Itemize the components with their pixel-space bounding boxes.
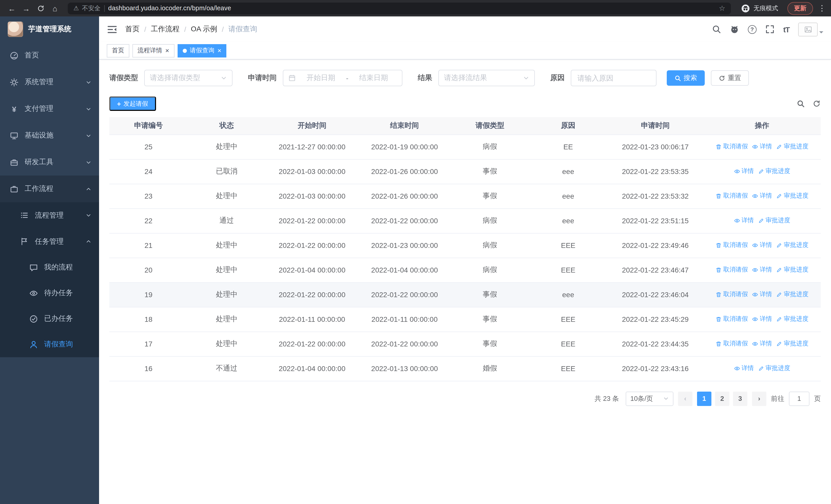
column-leave-type: 请假类型 — [451, 117, 529, 135]
refresh-icon[interactable] — [812, 99, 821, 108]
github-icon[interactable] — [730, 25, 739, 34]
leave-type-select[interactable]: 请选择请假类型 — [144, 70, 232, 86]
result-select[interactable]: 请选择流结果 — [438, 70, 535, 86]
sidebar-item-task-management[interactable]: 任务管理 — [0, 228, 99, 255]
detail-link[interactable]: 详情 — [752, 266, 772, 274]
page-button-3[interactable]: 3 — [733, 391, 747, 406]
address-bar[interactable]: ⚠ 不安全 dashboard.yudao.iocoder.cn/bpm/oa/… — [68, 2, 731, 14]
sidebar-item-home[interactable]: 首页 — [0, 42, 99, 69]
date-range-picker[interactable]: 开始日期 - 结束日期 — [283, 70, 402, 86]
tab-leave-query[interactable]: 请假查询 × — [177, 44, 226, 57]
create-leave-button[interactable]: + 发起请假 — [109, 96, 156, 111]
incognito-label: 无痕模式 — [753, 4, 778, 12]
sidebar-item-label: 首页 — [25, 51, 39, 60]
approval-progress-link[interactable]: 审批进度 — [776, 339, 808, 348]
security-status[interactable]: ⚠ 不安全 — [74, 4, 101, 12]
breadcrumb-item-leave-query: 请假查询 — [228, 25, 257, 34]
breadcrumb-item-workflow[interactable]: 工作流程 — [151, 25, 180, 34]
filter-leave-type: 请假类型 请选择请假类型 — [109, 70, 232, 86]
cancel-leave-link[interactable]: 取消请假 — [716, 142, 748, 151]
cancel-leave-link[interactable]: 取消请假 — [716, 241, 748, 250]
sidebar-item-payment[interactable]: ¥ 支付管理 — [0, 95, 99, 122]
approval-progress-link[interactable]: 审批进度 — [776, 241, 808, 250]
detail-link[interactable]: 详情 — [752, 315, 772, 324]
cell-reason: eee — [529, 208, 607, 233]
home-icon[interactable]: ⌂ — [48, 2, 62, 15]
detail-link[interactable]: 详情 — [734, 216, 754, 225]
prev-page-button[interactable]: ‹ — [678, 391, 692, 406]
cancel-leave-link[interactable]: 取消请假 — [716, 290, 748, 299]
font-size-icon[interactable]: tT — [783, 25, 790, 34]
next-page-button[interactable]: › — [752, 391, 766, 406]
cancel-leave-link[interactable]: 取消请假 — [716, 266, 748, 274]
back-icon[interactable]: ← — [5, 2, 19, 15]
sidebar-item-process-management[interactable]: 流程管理 — [0, 202, 99, 228]
cancel-leave-link[interactable]: 取消请假 — [716, 192, 748, 200]
cell-end-time: 2022-01-19 00:00:00 — [358, 135, 451, 159]
user-avatar[interactable] — [798, 22, 823, 36]
detail-link[interactable]: 详情 — [734, 364, 754, 373]
close-icon[interactable]: × — [165, 47, 169, 54]
detail-link[interactable]: 详情 — [752, 192, 772, 200]
goto-page-input[interactable] — [789, 391, 809, 406]
search-button[interactable]: 搜索 — [667, 70, 705, 86]
reason-input[interactable] — [571, 70, 657, 86]
eye-icon — [734, 365, 740, 372]
sidebar-item-devtools[interactable]: 研发工具 — [0, 149, 99, 176]
sidebar-item-workflow[interactable]: 工作流程 — [0, 176, 99, 202]
approval-progress-link[interactable]: 审批进度 — [776, 142, 808, 151]
reset-button[interactable]: 重置 — [711, 70, 749, 86]
detail-link[interactable]: 详情 — [752, 142, 772, 151]
cancel-leave-link[interactable]: 取消请假 — [716, 339, 748, 348]
tab-process-detail[interactable]: 流程详情 × — [133, 44, 174, 57]
approval-progress-link[interactable]: 审批进度 — [776, 266, 808, 274]
approval-progress-link[interactable]: 审批进度 — [758, 216, 790, 225]
breadcrumb-item-home[interactable]: 首页 — [125, 25, 140, 34]
sidebar-item-label: 工作流程 — [25, 184, 53, 194]
breadcrumb-separator: / — [144, 25, 146, 33]
cell-apply-time: 2022-01-22 23:49:46 — [607, 233, 703, 258]
detail-link[interactable]: 详情 — [752, 339, 772, 348]
sidebar-item-leave-query[interactable]: 请假查询 — [0, 331, 99, 357]
cancel-leave-link[interactable]: 取消请假 — [716, 315, 748, 324]
detail-link[interactable]: 详情 — [752, 290, 772, 299]
detail-link[interactable]: 详情 — [734, 167, 754, 176]
help-icon[interactable]: ? — [748, 25, 756, 34]
approval-progress-link[interactable]: 审批进度 — [758, 364, 790, 373]
sidebar-item-done-tasks[interactable]: 已办任务 — [0, 306, 99, 331]
sidebar-item-todo-tasks[interactable]: 待办任务 — [0, 280, 99, 306]
browser-update-button[interactable]: 更新 — [787, 2, 813, 14]
cell-start-time: 2022-01-11 00:00:00 — [266, 307, 358, 331]
fullscreen-icon[interactable] — [765, 25, 775, 34]
leave-table: 申请编号 状态 开始时间 结束时间 请假类型 原因 申请时间 操作 25 — [109, 117, 821, 381]
page-size-select[interactable]: 10条/页 — [626, 391, 674, 406]
tab-home[interactable]: 首页 — [107, 44, 130, 57]
detail-link[interactable]: 详情 — [752, 241, 772, 250]
approval-progress-link[interactable]: 审批进度 — [776, 315, 808, 324]
reset-button-label: 重置 — [728, 73, 741, 83]
forward-icon[interactable]: → — [20, 2, 33, 15]
sidebar-item-my-process[interactable]: 我的流程 — [0, 255, 99, 280]
page-button-1[interactable]: 1 — [697, 391, 711, 406]
eye-icon — [752, 242, 758, 248]
page-button-2[interactable]: 2 — [715, 391, 729, 406]
pagination-total: 共 23 条 — [595, 394, 619, 403]
search-icon[interactable] — [712, 25, 721, 34]
url-text: dashboard.yudao.iocoder.cn/bpm/oa/leave — [108, 5, 231, 12]
cell-end-time: 2022-01-11 00:00:00 — [358, 307, 451, 331]
sidebar-item-label: 我的流程 — [44, 263, 73, 272]
breadcrumb-item-oa-example[interactable]: OA 示例 — [191, 25, 218, 34]
bookmark-star-icon[interactable]: ☆ — [719, 4, 725, 12]
approval-progress-link[interactable]: 审批进度 — [758, 167, 790, 176]
tab-label: 请假查询 — [190, 46, 214, 55]
toggle-search-icon[interactable] — [797, 99, 805, 108]
sidebar-item-system[interactable]: 系统管理 — [0, 69, 99, 95]
sidebar-item-infrastructure[interactable]: 基础设施 — [0, 122, 99, 149]
approval-progress-link[interactable]: 审批进度 — [776, 290, 808, 299]
reload-icon[interactable] — [34, 2, 47, 15]
close-icon[interactable]: × — [218, 47, 221, 54]
browser-menu-icon[interactable]: ⋮ — [818, 4, 826, 13]
sidebar-collapse-icon[interactable] — [107, 24, 118, 35]
approval-progress-link[interactable]: 审批进度 — [776, 192, 808, 200]
table-row: 25 处理中 2021-12-27 00:00:00 2022-01-19 00… — [109, 135, 821, 159]
